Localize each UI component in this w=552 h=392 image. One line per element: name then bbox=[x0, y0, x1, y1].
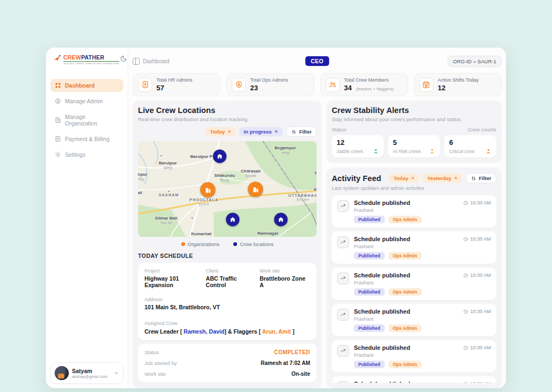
brand-logo: CREWPATHER GUIDING CREWS, SIMPLIFYING OP… bbox=[52, 54, 119, 65]
profile-card[interactable]: Satyam akshay@gmail.com bbox=[50, 362, 123, 384]
chip-close-icon[interactable]: ✕ bbox=[454, 176, 458, 181]
chevron-down-icon bbox=[114, 370, 119, 376]
org-id-chip: ORG-ID = SAUR-1 bbox=[448, 56, 502, 67]
chip-close-icon[interactable]: ✕ bbox=[228, 129, 232, 134]
status-badge: COMPLETED bbox=[274, 349, 310, 355]
organization-marker[interactable] bbox=[248, 182, 263, 197]
sidebar-nav: DashboardManage AdminManage Organization… bbox=[50, 79, 123, 161]
schedule-field: ClientABC Traffic Control bbox=[206, 268, 256, 288]
brand-name-pather: PATHER bbox=[81, 54, 104, 61]
legend-item: Crew locations bbox=[233, 241, 273, 247]
sidebar-item-dashboard[interactable]: Dashboard bbox=[50, 79, 123, 92]
organization-marker[interactable] bbox=[200, 182, 215, 197]
status-row: StatusCOMPLETED bbox=[144, 349, 310, 355]
stat-label: Total Ops Admins bbox=[250, 77, 288, 83]
person-icon bbox=[485, 148, 491, 154]
activity-feed-filter-button[interactable]: Filter bbox=[466, 173, 496, 183]
live-crew-chip-in-progress[interactable]: In progress✕ bbox=[239, 127, 282, 136]
assigned-crew-label: Assigned Crew bbox=[144, 321, 310, 326]
legend-dot bbox=[181, 242, 185, 246]
stat-note: (leaders + flaggers) bbox=[356, 87, 393, 91]
schedule-status-card: StatusCOMPLETEDJob started byRamesh at 7… bbox=[138, 344, 317, 382]
activity-feed-list: Schedule published 10:30 AM Prashant Pub… bbox=[332, 195, 496, 383]
crew-leaders-link[interactable]: Ramesh, David bbox=[183, 328, 224, 335]
stats-row: Total HR Admins 57 Total Ops Admins 23 T… bbox=[133, 73, 502, 96]
screen: CREWPATHER GUIDING CREWS, SIMPLIFYING OP… bbox=[0, 0, 552, 392]
person-icon bbox=[373, 148, 379, 154]
sidebar-item-settings[interactable]: Settings bbox=[50, 148, 123, 161]
stat-value: 12 bbox=[438, 84, 445, 92]
map-poi-icon bbox=[168, 190, 170, 193]
sidebar-item-manage-organization[interactable]: Manage Organization bbox=[50, 110, 123, 130]
pulse-icon bbox=[337, 200, 349, 212]
clock-icon bbox=[463, 309, 468, 314]
crew-location-marker[interactable] bbox=[226, 213, 240, 227]
activity-feed-item[interactable]: Schedule published 10:30 AM Prashant Pub… bbox=[332, 195, 496, 228]
stability-right-label: Crew counts bbox=[468, 127, 496, 132]
stat-label: Total Crew Members bbox=[344, 77, 394, 83]
status-value: On-site bbox=[292, 371, 310, 377]
live-crew-subtitle: Real-time crew distribution and location… bbox=[138, 116, 317, 122]
map-poi-icon bbox=[191, 217, 194, 220]
address-value: 101 Main St, Brattleboro, VT bbox=[144, 304, 310, 310]
stat-value: 34 bbox=[344, 84, 352, 92]
chip-close-icon[interactable]: ✕ bbox=[274, 129, 278, 134]
clock-icon bbox=[463, 346, 468, 350]
assigned-crew-value: Crew Leader [ Ramesh, David] & Flaggers … bbox=[144, 328, 310, 335]
activity-feed-item[interactable]: Schedule published 10:30 AM Prashant Pub… bbox=[332, 268, 496, 300]
main-content: Dashboard CEO ORG-ID = SAUR-1 Total HR A… bbox=[128, 48, 506, 388]
live-crew-title: Live Crew Locations bbox=[138, 106, 317, 115]
pulse-icon bbox=[337, 236, 349, 248]
chip-close-icon[interactable]: ✕ bbox=[411, 176, 415, 181]
live-crew-filter-button[interactable]: Filter bbox=[286, 127, 317, 137]
today-schedule-heading: TODAY SCHEDULE bbox=[138, 253, 317, 259]
activity-feed-item[interactable]: Schedule published 10:30 AM Prashant Pub… bbox=[332, 231, 496, 264]
profile-email: akshay@gmail.com bbox=[72, 374, 108, 379]
pulse-icon bbox=[337, 273, 349, 284]
legend-dot bbox=[233, 242, 237, 246]
badge-published: Published bbox=[354, 216, 385, 223]
crew-location-marker[interactable] bbox=[274, 213, 288, 227]
badge-ops-admin: Ops Admin bbox=[389, 361, 422, 368]
stability-title: Crew Stability Alerts bbox=[332, 106, 496, 115]
dark-mode-toggle[interactable] bbox=[119, 54, 128, 65]
map-poi-icon bbox=[160, 155, 163, 157]
stat-card: Total Crew Members 34 (leaders + flagger… bbox=[320, 73, 408, 96]
stat-label: Total HR Admins bbox=[156, 77, 193, 83]
activity-feed-subtitle: Last system updates and admin activites bbox=[332, 185, 496, 191]
clock-icon bbox=[463, 201, 468, 205]
activity-feed-item[interactable]: Schedule published 10:30 AM Prashant Pub… bbox=[332, 376, 496, 383]
schedule-field: ProjectHighway 101 Expansion bbox=[144, 268, 202, 288]
stat-label: Active Shifts Today bbox=[438, 77, 479, 83]
activity-feed-filters: Today✕Yesterday✕Filter bbox=[389, 173, 496, 183]
activity-feed-item[interactable]: Schedule published 10:30 AM Prashant Pub… bbox=[332, 304, 496, 336]
map[interactable]: Baruipur PBaruipurবারুইপুরBegampurবেগমপু… bbox=[138, 141, 317, 237]
gear-icon bbox=[55, 151, 61, 158]
stability-card: 6 Critical crew bbox=[444, 135, 496, 157]
activity-feed-chip-yesterday[interactable]: Yesterday✕ bbox=[423, 174, 462, 183]
schedule-field: Work siteBrattleboro Zone A bbox=[260, 268, 310, 288]
sidebar-item-payment-billing[interactable]: Payment & Billing bbox=[50, 132, 123, 145]
crew-flaggers-link[interactable]: Arun, Amit bbox=[262, 328, 291, 335]
role-badge: CEO bbox=[305, 56, 329, 66]
clock-icon bbox=[463, 273, 468, 278]
sidebar-collapse-icon[interactable] bbox=[133, 58, 140, 65]
pulse-icon bbox=[337, 345, 349, 357]
stat-card: Total Ops Admins 23 bbox=[226, 73, 314, 96]
stability-subtitle: Stay informed about your crew's performa… bbox=[332, 116, 496, 122]
stability-card: 12 Stable crews bbox=[332, 135, 384, 157]
crew-location-marker[interactable] bbox=[213, 150, 227, 163]
live-crew-chip-today[interactable]: Today✕ bbox=[206, 127, 235, 136]
stat-value: 57 bbox=[156, 84, 164, 92]
clock-icon bbox=[463, 382, 468, 383]
person-icon bbox=[429, 148, 435, 154]
activity-feed-item[interactable]: Schedule published 10:30 AM Prashant Pub… bbox=[332, 340, 496, 373]
moon-icon bbox=[120, 55, 127, 62]
sidebar-item-manage-admin[interactable]: Manage Admin bbox=[50, 95, 123, 108]
clock-icon bbox=[463, 237, 468, 242]
activity-feed-chip-today[interactable]: Today✕ bbox=[389, 174, 419, 183]
status-row: Work siteOn-site bbox=[144, 371, 310, 377]
live-crew-filters: Today✕In progress✕Filter bbox=[138, 127, 317, 137]
badge-published: Published bbox=[354, 361, 385, 368]
sidebar-header: CREWPATHER GUIDING CREWS, SIMPLIFYING OP… bbox=[50, 53, 123, 65]
